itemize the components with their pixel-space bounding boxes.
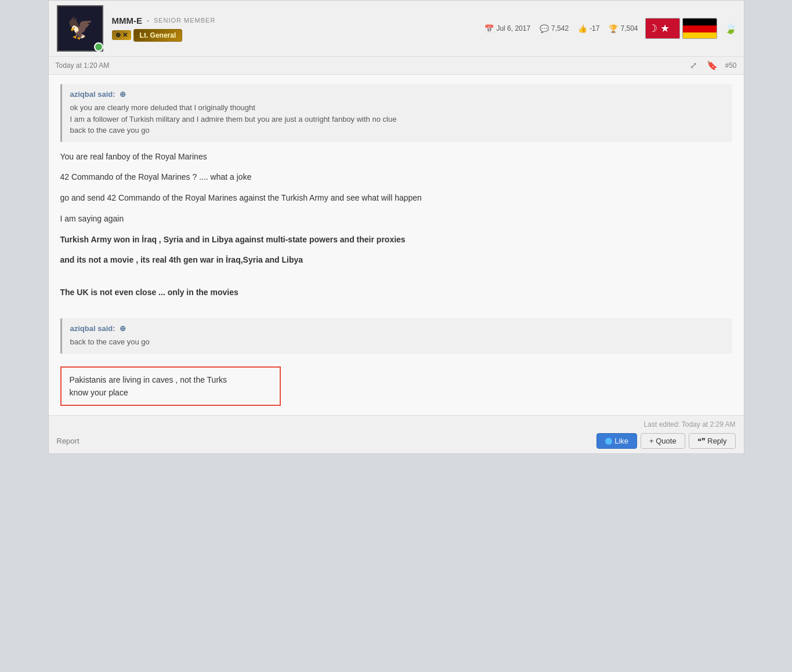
join-date: Jul 6, 2017 [496,24,530,32]
post-meta-right: ⤢ 🔖 #50 [688,59,736,72]
footer-actions: Report Like + Quote ❝❞ Reply [57,433,736,449]
para3: go and send 42 Commando of the Royal Mar… [60,191,732,205]
messages-icon: 💬 [540,24,549,33]
points-stat: 🏆 7,504 [609,24,638,33]
highlighted-line2: know your place [70,386,272,399]
rank-title: Lt. General [133,29,183,42]
header-right: 🍃 [724,22,737,35]
rank-tag: ⊕ ✕ Lt. General [112,29,183,42]
flag-germany [682,18,717,39]
quote2-author[interactable]: aziqbal said: ⊕ [70,324,724,333]
post-timestamp: Today at 1:20 AM [56,61,110,70]
online-indicator [94,42,103,52]
quote-button[interactable]: + Quote [641,433,685,449]
messages-count: 7,542 [551,24,569,32]
para4: I am saying again [60,212,732,226]
quote-block-1: aziqbal said: ⊕ ok you are clearly more … [60,84,732,142]
likes-count: -17 [590,24,599,32]
highlighted-line1: Pakistanis are living in caves , not the… [70,373,272,386]
rank-icon: ⊕ ✕ [112,30,131,40]
post-header: 🦅 MMM-E · SENIOR MEMBER ⊕ ✕ Lt. General … [49,1,744,57]
like-button[interactable]: Like [596,433,637,449]
quote1-line3: back to the cave you go [70,125,724,136]
avatar: 🦅 [57,5,103,52]
flags-container: ☽ ★ [645,18,717,39]
user-info: MMM-E · SENIOR MEMBER ⊕ ✕ Lt. General [112,16,478,42]
post-meta-row: Today at 1:20 AM ⤢ 🔖 #50 [49,57,744,75]
quote2-text: back to the cave you go [70,336,724,348]
points-icon: 🏆 [609,24,618,33]
join-date-stat: 📅 Jul 6, 2017 [484,24,530,33]
likes-stat: 👍 -17 [578,24,599,33]
quote2-expand-icon[interactable]: ⊕ [120,324,126,333]
post-number: #50 [725,61,736,70]
quote-block-2: aziqbal said: ⊕ back to the cave you go [60,318,732,354]
leaf-icon: 🍃 [724,22,737,35]
quote1-line2: I am a follower of Turkish military and … [70,114,724,125]
quote2-line1: back to the cave you go [70,336,724,348]
messages-stat: 💬 7,542 [540,24,569,33]
quote1-text: ok you are clearly more deluded that I o… [70,102,724,136]
para7: The UK is not even close ... only in the… [60,286,732,300]
avatar-eagle-icon: 🦅 [67,18,93,39]
bookmark-button[interactable]: 🔖 [704,59,720,72]
para6: and its not a movie , its real 4th gen w… [60,253,732,267]
calendar-icon: 📅 [484,24,494,33]
stats-row: 📅 Jul 6, 2017 💬 7,542 👍 -17 🏆 7,504 [484,24,638,33]
action-buttons: Like + Quote ❝❞ Reply [596,433,735,449]
para1: You are real fanboy of the Royal Marines [60,150,732,164]
username-row: MMM-E · SENIOR MEMBER [112,16,478,26]
last-edited: Last edited: Today at 2:29 AM [57,420,736,428]
reply-button[interactable]: ❝❞ Reply [689,433,736,449]
highlighted-content-box: Pakistanis are living in caves , not the… [60,366,281,406]
quote1-author[interactable]: aziqbal said: ⊕ [70,90,724,99]
flag-turkey: ☽ ★ [645,18,680,39]
points-count: 7,504 [620,24,638,32]
para5: Turkish Army won in İraq , Syria and in … [60,233,732,247]
post-footer: Last edited: Today at 2:29 AM Report Lik… [49,415,744,453]
likes-icon: 👍 [578,24,587,33]
share-button[interactable]: ⤢ [688,59,700,72]
quote1-expand-icon[interactable]: ⊕ [120,90,126,99]
like-dot-icon [605,438,612,445]
avatar-block: 🦅 [56,5,105,52]
post-container: 🦅 MMM-E · SENIOR MEMBER ⊕ ✕ Lt. General … [48,0,744,454]
quote1-line1: ok you are clearly more deluded that I o… [70,102,724,114]
rank-label: SENIOR MEMBER [154,17,216,24]
report-link[interactable]: Report [57,437,79,445]
username[interactable]: MMM-E [112,16,143,26]
post-text: You are real fanboy of the Royal Marines… [60,150,732,300]
post-body: aziqbal said: ⊕ ok you are clearly more … [49,75,744,415]
post-meta-left: Today at 1:20 AM [56,61,110,70]
para2: 42 Commando of the Royal Marines ? .... … [60,170,732,184]
rank-separator: · [147,16,149,25]
